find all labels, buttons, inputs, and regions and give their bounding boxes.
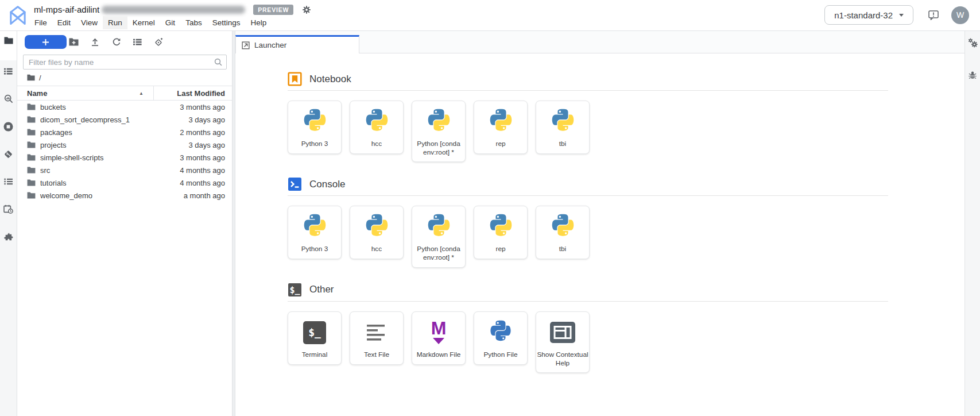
- text-file-icon: [366, 319, 388, 346]
- card-label: tbi: [559, 245, 567, 253]
- menu-view[interactable]: View: [76, 16, 103, 29]
- tab-launcher[interactable]: Launcher: [235, 35, 359, 53]
- column-last-modified[interactable]: Last Modified: [177, 89, 232, 98]
- python-icon: [301, 108, 328, 136]
- file-row[interactable]: dicom_sort_decompress_13 days ago: [17, 113, 232, 126]
- card-label: Python [conda env:root] *: [412, 245, 465, 261]
- menu-help[interactable]: Help: [245, 16, 272, 29]
- svg-text:M: M: [431, 319, 447, 338]
- search-chart-icon: [4, 94, 13, 103]
- folder-icon: [27, 192, 36, 199]
- git-tag-icon[interactable]: [148, 35, 169, 49]
- launcher-card[interactable]: rep: [474, 206, 528, 259]
- card-label: Python 3: [301, 245, 329, 253]
- launcher-card[interactable]: Python 3: [288, 206, 342, 259]
- launcher-card[interactable]: MMarkdown File: [412, 311, 466, 365]
- running-sessions-tab[interactable]: [0, 57, 17, 85]
- extension-manager-tab[interactable]: [0, 223, 17, 251]
- column-name[interactable]: Name: [17, 89, 47, 98]
- python-icon: [549, 108, 576, 136]
- settings-gear-icon[interactable]: [302, 5, 311, 14]
- property-inspector-tab[interactable]: [968, 38, 978, 48]
- folder-icon: [27, 179, 36, 186]
- file-row[interactable]: packages2 months ago: [17, 126, 232, 138]
- table-of-contents-tab[interactable]: [0, 168, 17, 195]
- feedback-icon[interactable]: [928, 10, 939, 20]
- launcher-section-console: ConsolePython 3hccPython [conda env:root…: [288, 177, 888, 267]
- column-divider: [153, 86, 154, 100]
- other-section-icon: $_: [288, 283, 302, 297]
- card-label: Python File: [483, 350, 518, 359]
- launcher-card[interactable]: Show Contextual Help: [536, 311, 590, 373]
- launcher-card[interactable]: rep: [474, 101, 528, 154]
- filter-files-input[interactable]: [23, 55, 227, 70]
- python-icon: [363, 213, 390, 241]
- card-label: Python 3: [301, 140, 329, 148]
- card-label: Terminal: [301, 350, 328, 359]
- python-icon: [487, 213, 514, 241]
- tab-bar: Launcher: [235, 31, 964, 53]
- launcher-card[interactable]: hcc: [350, 206, 404, 259]
- terminal-icon: $_: [303, 319, 326, 346]
- python-file-icon: [488, 319, 513, 346]
- scheduled-jobs-tab[interactable]: [0, 195, 17, 223]
- file-row[interactable]: simple-shell-scripts3 months ago: [17, 151, 232, 164]
- file-row[interactable]: tutorials4 months ago: [17, 176, 232, 189]
- menu-kernel[interactable]: Kernel: [127, 16, 160, 29]
- python-icon: [549, 213, 576, 241]
- launcher-card[interactable]: Python [conda env:root] *: [412, 101, 466, 162]
- file-modified: 3 months ago: [180, 103, 225, 111]
- file-row[interactable]: projects3 days ago: [17, 138, 232, 151]
- upload-icon[interactable]: [84, 35, 106, 49]
- launcher-card[interactable]: Python [conda env:root] *: [412, 206, 466, 267]
- file-row[interactable]: src4 months ago: [17, 164, 232, 176]
- launcher-card[interactable]: Python 3: [288, 101, 342, 154]
- menu-git[interactable]: Git: [160, 16, 180, 29]
- menu-file[interactable]: File: [29, 16, 52, 29]
- launcher-section-notebook: NotebookPython 3hccPython [conda env:roo…: [288, 72, 888, 162]
- python-icon: [363, 108, 390, 136]
- chevron-down-icon: [899, 14, 904, 17]
- menu-edit[interactable]: Edit: [52, 16, 76, 29]
- metrics-search-tab[interactable]: [0, 85, 17, 113]
- folder-icon: [27, 103, 36, 110]
- launcher-card[interactable]: $_Terminal: [288, 311, 342, 365]
- git-tab[interactable]: [0, 140, 17, 168]
- card-label: hcc: [371, 245, 382, 253]
- menu-tabs[interactable]: Tabs: [180, 16, 207, 29]
- launcher-card[interactable]: hcc: [350, 101, 404, 154]
- debugger-tab[interactable]: [968, 71, 977, 80]
- avatar[interactable]: W: [951, 6, 969, 24]
- section-divider: [288, 90, 888, 91]
- folder-icon: [27, 167, 36, 174]
- new-folder-icon[interactable]: [63, 35, 84, 49]
- file-row[interactable]: buckets3 months ago: [17, 101, 232, 113]
- breadcrumb-root: /: [39, 74, 41, 82]
- file-name: projects: [40, 141, 67, 149]
- puzzle-icon: [4, 232, 13, 241]
- tab-label: Launcher: [254, 41, 286, 49]
- kernel-stop-tab[interactable]: [0, 113, 17, 140]
- launcher-card[interactable]: Python File: [474, 311, 528, 365]
- menu-run[interactable]: Run: [103, 16, 127, 29]
- file-modified: 4 months ago: [180, 166, 225, 175]
- launcher-card[interactable]: tbi: [536, 101, 590, 154]
- new-launcher-button[interactable]: [25, 35, 67, 49]
- home-folder-icon[interactable]: [27, 74, 35, 81]
- launcher-card[interactable]: Text File: [350, 311, 404, 365]
- file-row[interactable]: welcome_demoa month ago: [17, 189, 232, 202]
- menu-bar: FileEditViewRunKernelGitTabsSettingsHelp: [29, 16, 272, 29]
- svg-text:$_: $_: [289, 285, 300, 295]
- menu-settings[interactable]: Settings: [207, 16, 246, 29]
- breadcrumb[interactable]: /: [17, 70, 232, 86]
- card-label: Text File: [363, 350, 390, 359]
- card-label: rep: [495, 140, 506, 148]
- machine-type-dropdown[interactable]: n1-standard-32: [824, 5, 913, 25]
- file-browser-tab[interactable]: [0, 31, 17, 49]
- workbench-logo-icon: [7, 5, 28, 26]
- launcher-card[interactable]: tbi: [536, 206, 590, 259]
- refresh-icon[interactable]: [106, 35, 127, 49]
- contextual-help-icon: [550, 319, 575, 346]
- file-list-view-icon[interactable]: [127, 35, 148, 49]
- notebook-section-icon: [288, 72, 302, 86]
